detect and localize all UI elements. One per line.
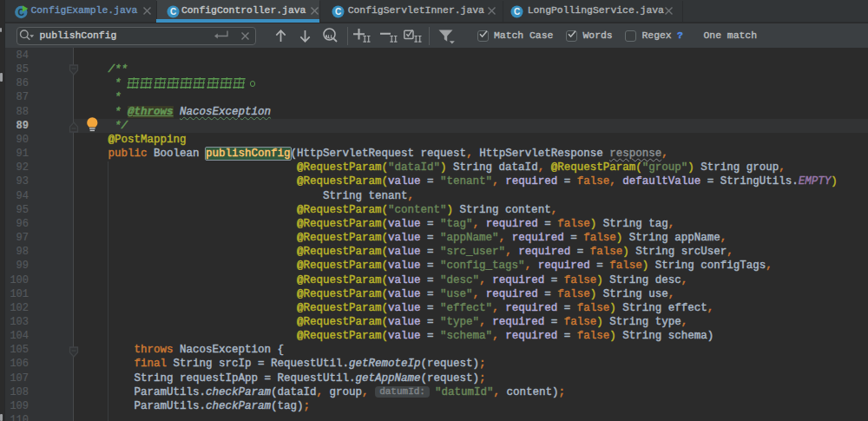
svg-text:C: C (335, 7, 341, 16)
svg-text:C: C (514, 7, 520, 16)
svg-text:C: C (169, 7, 175, 16)
